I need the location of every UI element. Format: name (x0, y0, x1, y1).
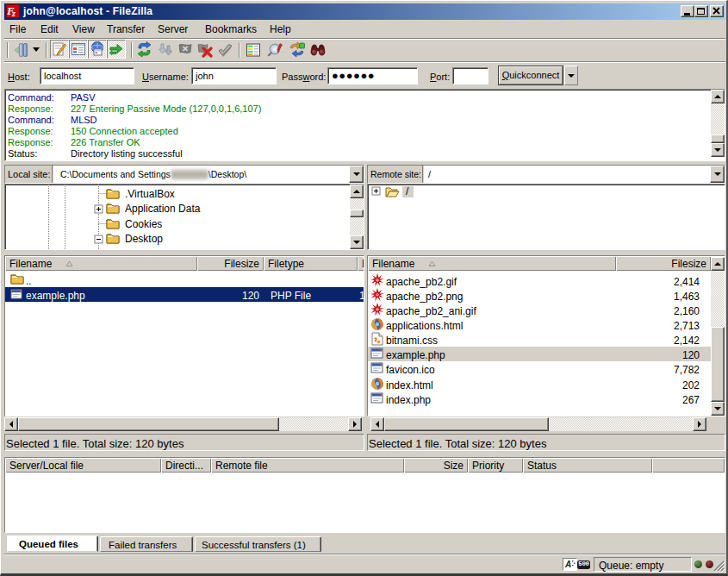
svg-text:A: A (564, 560, 571, 569)
svg-text:Desktop: Desktop (125, 233, 163, 245)
svg-text:Cookies: Cookies (125, 218, 162, 230)
svg-text:.VirtualBox: .VirtualBox (125, 188, 175, 200)
svg-text:Application Data: Application Data (125, 203, 201, 215)
svg-text:z: z (11, 9, 16, 17)
